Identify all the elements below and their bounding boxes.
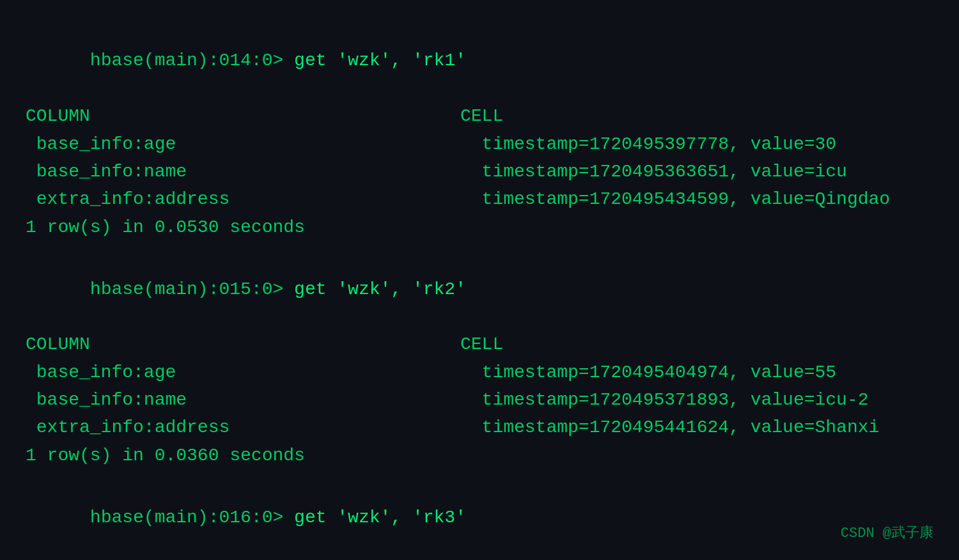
prompt-line-2: hbase(main):015:0> get 'wzk', 'rk2' xyxy=(26,247,933,331)
prompt-line-1: hbase(main):014:0> get 'wzk', 'rk1' xyxy=(26,19,933,102)
col-left-1-1: base_info:name xyxy=(26,158,460,185)
prompt-2: hbase(main):015:0> xyxy=(90,279,283,299)
terminal-window: hbase(main):014:0> get 'wzk', 'rk1' COLU… xyxy=(0,0,959,560)
data-row-2-2: extra_info:address timestamp=17204954416… xyxy=(26,414,933,441)
data-row-1-0: base_info:age timestamp=1720495397778, v… xyxy=(26,130,933,158)
header-row-2: COLUMN CELL xyxy=(26,331,933,358)
cell-header-1: CELL xyxy=(460,102,933,130)
prompt-line-3: hbase(main):016:0> get 'wzk', 'rk3' xyxy=(26,476,933,559)
command-1: get 'wzk', 'rk1' xyxy=(283,51,466,70)
col-right-1-2: timestamp=1720495434599, value=Qingdao xyxy=(460,185,933,213)
cell-header-2: CELL xyxy=(460,331,933,358)
command-block-2: hbase(main):015:0> get 'wzk', 'rk2' COLU… xyxy=(26,247,933,469)
header-row-1: COLUMN CELL xyxy=(26,102,933,130)
data-row-1-1: base_info:name timestamp=1720495363651, … xyxy=(26,158,933,185)
col-left-2-0: base_info:age xyxy=(26,359,460,386)
col-left-1-0: base_info:age xyxy=(26,130,460,158)
prompt-1: hbase(main):014:0> xyxy=(90,51,283,70)
prompt-3: hbase(main):016:0> xyxy=(90,508,283,527)
data-row-2-1: base_info:name timestamp=1720495371893, … xyxy=(26,386,933,414)
col-left-2-1: base_info:name xyxy=(26,386,460,414)
column-header-1: COLUMN xyxy=(26,102,460,130)
command-3: get 'wzk', 'rk3' xyxy=(283,508,466,527)
data-row-2-0: base_info:age timestamp=1720495404974, v… xyxy=(26,359,933,386)
col-right-2-0: timestamp=1720495404974, value=55 xyxy=(460,359,933,386)
col-left-1-2: extra_info:address xyxy=(26,185,460,213)
watermark: CSDN @武子康 xyxy=(841,523,933,542)
command-block-1: hbase(main):014:0> get 'wzk', 'rk1' COLU… xyxy=(26,19,933,241)
col-right-1-0: timestamp=1720495397778, value=30 xyxy=(460,130,933,158)
summary-1: 1 row(s) in 0.0530 seconds xyxy=(26,214,933,241)
column-header-2: COLUMN xyxy=(26,331,460,358)
data-row-1-2: extra_info:address timestamp=17204954345… xyxy=(26,185,933,213)
col-right-2-1: timestamp=1720495371893, value=icu-2 xyxy=(460,386,933,414)
summary-2: 1 row(s) in 0.0360 seconds xyxy=(26,442,933,469)
command-2: get 'wzk', 'rk2' xyxy=(283,279,466,299)
command-block-3: hbase(main):016:0> get 'wzk', 'rk3' COLU… xyxy=(26,476,933,560)
col-right-1-1: timestamp=1720495363651, value=icu xyxy=(460,158,933,185)
col-left-2-2: extra_info:address xyxy=(26,414,460,441)
col-right-2-2: timestamp=1720495441624, value=Shanxi xyxy=(460,414,933,441)
